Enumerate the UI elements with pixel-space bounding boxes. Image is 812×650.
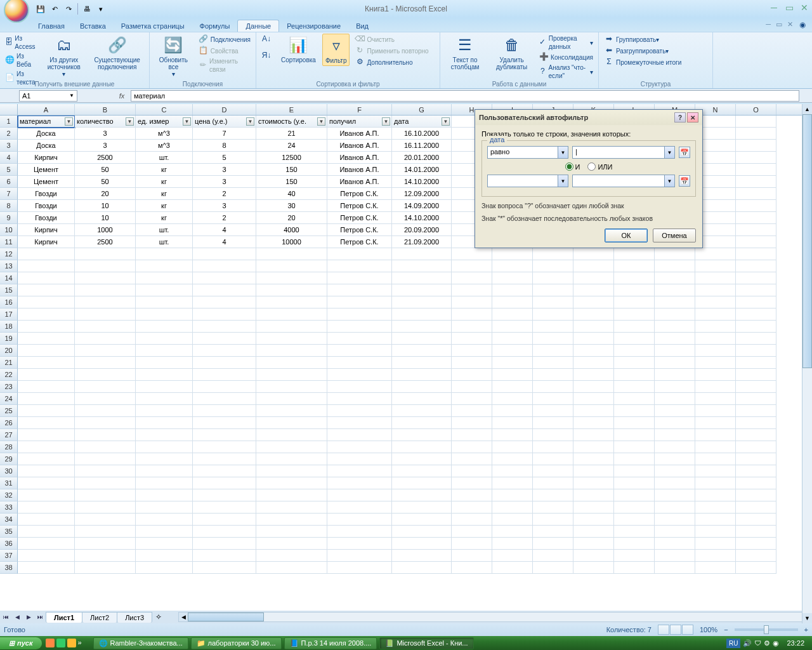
- data-cell[interactable]: Цемент: [18, 176, 75, 188]
- empty-cell[interactable]: [136, 296, 193, 308]
- view-pagebreak-icon[interactable]: [682, 625, 693, 635]
- row-header[interactable]: 18: [0, 321, 18, 333]
- empty-cell[interactable]: [492, 260, 533, 272]
- row-header[interactable]: 38: [0, 562, 18, 574]
- data-cell[interactable]: 4: [193, 224, 256, 236]
- tab-data[interactable]: Данные: [237, 20, 279, 32]
- empty-cell[interactable]: [18, 333, 75, 345]
- empty-cell[interactable]: [75, 441, 136, 453]
- empty-cell[interactable]: [452, 489, 492, 501]
- data-cell[interactable]: шт.: [136, 236, 193, 248]
- filter-dropdown-icon[interactable]: ▼: [65, 117, 73, 126]
- empty-cell[interactable]: [492, 465, 533, 477]
- empty-cell[interactable]: [193, 381, 256, 393]
- empty-cell[interactable]: [452, 453, 492, 465]
- empty-cell[interactable]: [492, 357, 533, 369]
- empty-cell[interactable]: [614, 526, 655, 538]
- data-cell[interactable]: Иванов А.П.: [327, 128, 392, 140]
- scroll-up-icon[interactable]: ▲: [802, 104, 812, 114]
- row-header[interactable]: 35: [0, 526, 18, 538]
- column-header[interactable]: E: [256, 104, 327, 115]
- empty-cell[interactable]: [492, 333, 533, 345]
- empty-cell[interactable]: [18, 550, 75, 562]
- empty-cell[interactable]: [452, 357, 492, 369]
- empty-cell[interactable]: [75, 514, 136, 526]
- row-header[interactable]: 34: [0, 514, 18, 526]
- empty-cell[interactable]: [452, 381, 492, 393]
- data-cell[interactable]: 14.01.2000: [392, 164, 452, 176]
- empty-cell[interactable]: [533, 369, 573, 381]
- empty-cell[interactable]: [492, 296, 533, 308]
- empty-cell[interactable]: [533, 489, 573, 501]
- empty-cell[interactable]: [655, 489, 695, 501]
- empty-cell[interactable]: [193, 526, 256, 538]
- filter-dropdown-icon[interactable]: ▼: [382, 117, 390, 126]
- remove-dup-button[interactable]: 🗑Удалить дубликаты: [490, 34, 534, 72]
- empty-cell[interactable]: [614, 345, 655, 357]
- empty-cell[interactable]: [736, 381, 776, 393]
- data-cell[interactable]: [736, 152, 776, 164]
- filter-dropdown-icon[interactable]: ▼: [126, 117, 134, 126]
- empty-cell[interactable]: [573, 417, 614, 429]
- empty-cell[interactable]: [193, 562, 256, 574]
- qat-save-icon[interactable]: 💾: [34, 3, 47, 15]
- sheet-nav-first-icon[interactable]: ⏮: [0, 611, 11, 623]
- empty-cell[interactable]: [655, 357, 695, 369]
- and-radio[interactable]: И: [565, 162, 580, 171]
- empty-cell[interactable]: [256, 526, 327, 538]
- empty-cell[interactable]: [533, 272, 573, 284]
- empty-cell[interactable]: [136, 550, 193, 562]
- empty-cell[interactable]: [392, 441, 452, 453]
- row-header[interactable]: 6: [0, 176, 18, 188]
- empty-cell[interactable]: [392, 465, 452, 477]
- empty-cell[interactable]: [136, 465, 193, 477]
- empty-cell[interactable]: [327, 405, 392, 417]
- empty-cell[interactable]: [695, 284, 736, 296]
- empty-cell[interactable]: [18, 465, 75, 477]
- row-header[interactable]: 17: [0, 308, 18, 321]
- empty-cell[interactable]: [392, 405, 452, 417]
- data-cell[interactable]: [736, 128, 776, 140]
- filter-dropdown-icon[interactable]: ▼: [246, 117, 254, 126]
- empty-cell[interactable]: [193, 308, 256, 321]
- empty-cell[interactable]: [256, 429, 327, 441]
- empty-cell[interactable]: [136, 357, 193, 369]
- empty-cell[interactable]: [18, 417, 75, 429]
- empty-cell[interactable]: [256, 369, 327, 381]
- empty-cell[interactable]: [452, 441, 492, 453]
- empty-cell[interactable]: [655, 514, 695, 526]
- empty-cell[interactable]: [392, 477, 452, 489]
- empty-cell[interactable]: [573, 514, 614, 526]
- empty-cell[interactable]: [533, 550, 573, 562]
- empty-cell[interactable]: [736, 417, 776, 429]
- empty-cell[interactable]: [492, 369, 533, 381]
- empty-cell[interactable]: [452, 429, 492, 441]
- empty-cell[interactable]: [18, 345, 75, 357]
- data-cell[interactable]: [736, 164, 776, 176]
- empty-cell[interactable]: [533, 562, 573, 574]
- empty-cell[interactable]: [614, 333, 655, 345]
- empty-cell[interactable]: [193, 441, 256, 453]
- qat-print-icon[interactable]: 🖶: [81, 3, 93, 15]
- row-header[interactable]: 12: [0, 248, 18, 260]
- empty-cell[interactable]: [256, 562, 327, 574]
- dialog-titlebar[interactable]: Пользовательский автофильтр ? ✕: [475, 110, 702, 125]
- empty-cell[interactable]: [452, 248, 492, 260]
- empty-cell[interactable]: [392, 308, 452, 321]
- dropdown-icon[interactable]: ▼: [664, 175, 674, 187]
- empty-cell[interactable]: [75, 453, 136, 465]
- row-header[interactable]: 11: [0, 236, 18, 248]
- empty-cell[interactable]: [573, 550, 614, 562]
- sheet-tab[interactable]: Лист2: [82, 612, 117, 623]
- empty-cell[interactable]: [533, 405, 573, 417]
- namebox-dropdown-icon[interactable]: ▼: [69, 93, 74, 98]
- empty-cell[interactable]: [327, 272, 392, 284]
- fx-icon[interactable]: fx: [115, 92, 128, 100]
- column-header[interactable]: B: [75, 104, 136, 115]
- empty-cell[interactable]: [193, 417, 256, 429]
- empty-cell[interactable]: [695, 417, 736, 429]
- empty-cell[interactable]: [614, 381, 655, 393]
- view-layout-icon[interactable]: [670, 625, 681, 635]
- dialog-help-icon[interactable]: ?: [674, 112, 686, 123]
- whatif-button[interactable]: ?Анализ "что-если" ▾: [537, 63, 594, 81]
